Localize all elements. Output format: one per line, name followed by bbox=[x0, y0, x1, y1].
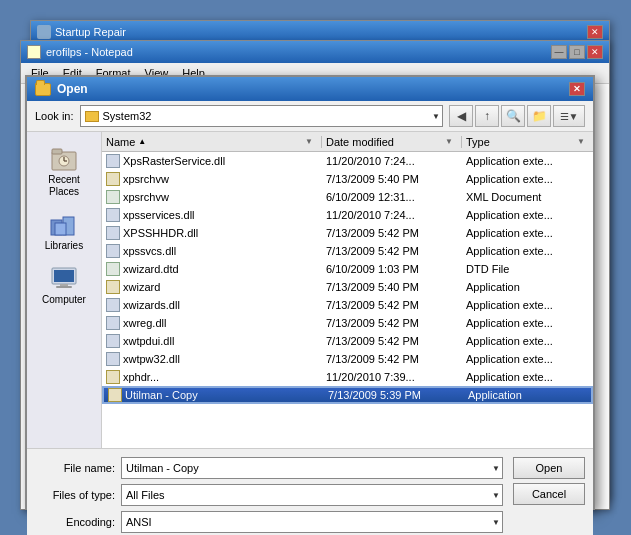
file-type-cell: Application bbox=[464, 389, 591, 401]
encoding-arrow-icon: ▼ bbox=[492, 518, 500, 527]
table-row[interactable]: XPSSHHDR.dll7/13/2009 5:42 PMApplication… bbox=[102, 224, 593, 242]
type-col-arrow: ▼ bbox=[577, 137, 585, 146]
file-type-cell: Application exte... bbox=[462, 209, 593, 221]
startup-repair-close-btn[interactable]: ✕ bbox=[587, 25, 603, 39]
file-name-combo[interactable]: Utilman - Copy ▼ bbox=[121, 457, 503, 479]
file-name-cell: xwizard bbox=[102, 280, 322, 294]
file-icon bbox=[106, 316, 120, 330]
notepad-close-btn[interactable]: ✕ bbox=[587, 45, 603, 59]
notepad-titlebar: erofilps - Notepad — □ ✕ bbox=[21, 41, 609, 63]
table-row[interactable]: xpsrchvw7/13/2009 5:40 PMApplication ext… bbox=[102, 170, 593, 188]
look-in-folder-icon bbox=[85, 111, 99, 122]
table-row[interactable]: xpssvcs.dll7/13/2009 5:42 PMApplication … bbox=[102, 242, 593, 260]
sidebar-item-computer[interactable]: Computer bbox=[30, 260, 98, 310]
table-row[interactable]: xpsservices.dll11/20/2010 7:24...Applica… bbox=[102, 206, 593, 224]
dialog-filelist: Name ▲ ▼ Date modified ▼ Type ▼ XpsRaste… bbox=[102, 132, 593, 448]
look-in-value: System32 bbox=[103, 110, 152, 122]
nav-folder-btn[interactable]: 📁 bbox=[527, 105, 551, 127]
notepad-minimize-btn[interactable]: — bbox=[551, 45, 567, 59]
file-type-cell: Application exte... bbox=[462, 335, 593, 347]
file-name-cell: XPSSHHDR.dll bbox=[102, 226, 322, 240]
open-dialog-titlebar: Open ✕ bbox=[27, 77, 593, 101]
table-row[interactable]: xphdr...11/20/2010 7:39...Application ex… bbox=[102, 368, 593, 386]
file-icon bbox=[106, 154, 120, 168]
open-dialog-close-btn[interactable]: ✕ bbox=[569, 82, 585, 96]
file-name-cell: xwizard.dtd bbox=[102, 262, 322, 276]
file-date-cell: 11/20/2010 7:24... bbox=[322, 155, 462, 167]
file-name-cell: xwtpw32.dll bbox=[102, 352, 322, 366]
file-date-cell: 6/10/2009 12:31... bbox=[322, 191, 462, 203]
file-date-cell: 7/13/2009 5:42 PM bbox=[322, 335, 462, 347]
libraries-icon bbox=[48, 210, 80, 238]
nav-up-btn[interactable]: ↑ bbox=[475, 105, 499, 127]
table-row[interactable]: xwizard7/13/2009 5:40 PMApplication bbox=[102, 278, 593, 296]
file-icon bbox=[106, 172, 120, 186]
date-col-arrow: ▼ bbox=[445, 137, 453, 146]
file-type-cell: Application bbox=[462, 281, 593, 293]
filelist-body[interactable]: XpsRasterService.dll11/20/2010 7:24...Ap… bbox=[102, 152, 593, 448]
file-icon bbox=[108, 388, 122, 402]
file-date-cell: 11/20/2010 7:24... bbox=[322, 209, 462, 221]
encoding-value: ANSI bbox=[126, 516, 152, 528]
file-icon bbox=[106, 334, 120, 348]
notepad-maximize-btn[interactable]: □ bbox=[569, 45, 585, 59]
file-date-cell: 6/10/2009 1:03 PM bbox=[322, 263, 462, 275]
file-date-cell: 7/13/2009 5:42 PM bbox=[322, 299, 462, 311]
table-row[interactable]: xwtpdui.dll7/13/2009 5:42 PMApplication … bbox=[102, 332, 593, 350]
file-type-cell: Application exte... bbox=[462, 353, 593, 365]
encoding-combo[interactable]: ANSI ▼ bbox=[121, 511, 503, 533]
open-button[interactable]: Open bbox=[513, 457, 585, 479]
cancel-button[interactable]: Cancel bbox=[513, 483, 585, 505]
table-row[interactable]: xwreg.dll7/13/2009 5:42 PMApplication ex… bbox=[102, 314, 593, 332]
file-icon bbox=[106, 190, 120, 204]
file-date-cell: 7/13/2009 5:42 PM bbox=[322, 227, 462, 239]
svg-rect-7 bbox=[55, 223, 66, 235]
dialog-toolbar: Look in: System32 ▼ ◀ ↑ 🔍 📁 ☰▼ bbox=[27, 101, 593, 132]
encoding-label: Encoding: bbox=[35, 516, 115, 528]
file-date-cell: 7/13/2009 5:42 PM bbox=[322, 317, 462, 329]
nav-back-btn[interactable]: ◀ bbox=[449, 105, 473, 127]
dialog-buttons: Open Cancel bbox=[513, 457, 585, 505]
nav-search-btn[interactable]: 🔍 bbox=[501, 105, 525, 127]
dialog-content: Recent Places Libraries bbox=[27, 132, 593, 448]
file-type-cell: Application exte... bbox=[462, 155, 593, 167]
col-type-header[interactable]: Type ▼ bbox=[462, 136, 593, 148]
look-in-combo[interactable]: System32 ▼ bbox=[80, 105, 443, 127]
file-date-cell: 7/13/2009 5:39 PM bbox=[324, 389, 464, 401]
col-date-header[interactable]: Date modified ▼ bbox=[322, 136, 462, 148]
sidebar-libraries-label: Libraries bbox=[45, 240, 83, 252]
open-dialog-title: Open bbox=[57, 82, 88, 96]
files-of-type-value: All Files bbox=[126, 489, 165, 501]
look-in-arrow-icon: ▼ bbox=[432, 112, 440, 121]
encoding-row: Encoding: ANSI ▼ bbox=[35, 511, 503, 533]
sidebar-item-libraries[interactable]: Libraries bbox=[30, 206, 98, 256]
file-icon bbox=[106, 244, 120, 258]
open-dialog: Open ✕ Look in: System32 ▼ ◀ ↑ 🔍 📁 ☰▼ bbox=[25, 75, 595, 510]
file-date-cell: 7/13/2009 5:42 PM bbox=[322, 245, 462, 257]
table-row[interactable]: xwizards.dll7/13/2009 5:42 PMApplication… bbox=[102, 296, 593, 314]
sidebar-item-recent-places[interactable]: Recent Places bbox=[30, 140, 98, 202]
filetype-row: Files of type: All Files ▼ bbox=[35, 484, 503, 506]
file-type-cell: Application exte... bbox=[462, 227, 593, 239]
notepad-title: erofilps - Notepad bbox=[46, 46, 133, 58]
file-name-cell: xphdr... bbox=[102, 370, 322, 384]
svg-rect-10 bbox=[60, 284, 68, 286]
table-row[interactable]: XpsRasterService.dll11/20/2010 7:24...Ap… bbox=[102, 152, 593, 170]
file-date-cell: 7/13/2009 5:40 PM bbox=[322, 173, 462, 185]
file-name-cell: Utilman - Copy bbox=[104, 388, 324, 402]
nav-view-btn[interactable]: ☰▼ bbox=[553, 105, 585, 127]
table-row[interactable]: xwtpw32.dll7/13/2009 5:42 PMApplication … bbox=[102, 350, 593, 368]
table-row[interactable]: xwizard.dtd6/10/2009 1:03 PMDTD File bbox=[102, 260, 593, 278]
recent-places-icon bbox=[48, 144, 80, 172]
table-row[interactable]: Utilman - Copy7/13/2009 5:39 PMApplicati… bbox=[102, 386, 593, 404]
look-in-label: Look in: bbox=[35, 110, 74, 122]
startup-repair-icon bbox=[37, 25, 51, 39]
svg-rect-1 bbox=[52, 149, 62, 154]
file-type-cell: Application exte... bbox=[462, 317, 593, 329]
files-of-type-combo[interactable]: All Files ▼ bbox=[121, 484, 503, 506]
file-type-cell: Application exte... bbox=[462, 173, 593, 185]
col-name-header[interactable]: Name ▲ ▼ bbox=[102, 136, 322, 148]
sidebar-recent-places-label: Recent Places bbox=[32, 174, 96, 198]
table-row[interactable]: xpsrchvw6/10/2009 12:31...XML Document bbox=[102, 188, 593, 206]
file-date-cell: 11/20/2010 7:39... bbox=[322, 371, 462, 383]
